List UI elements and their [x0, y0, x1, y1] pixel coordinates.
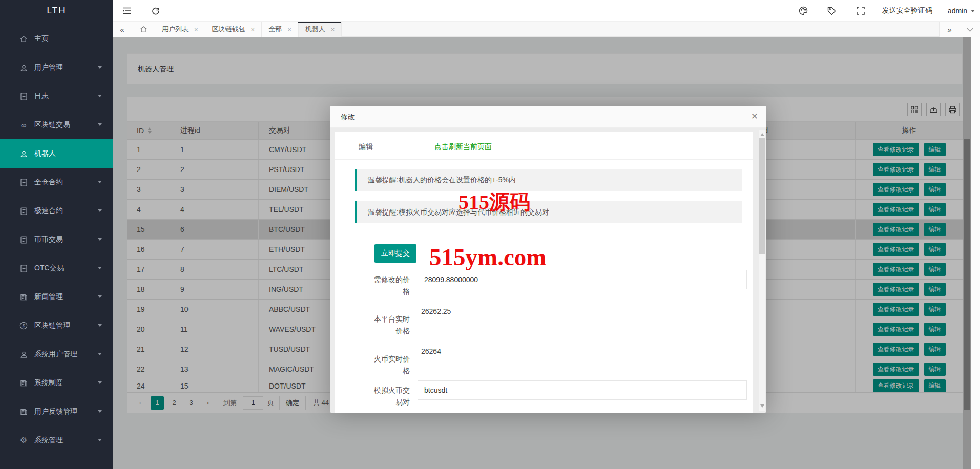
- tab-home[interactable]: [132, 22, 155, 37]
- chevron-down-icon: [98, 439, 102, 443]
- fullscreen-icon[interactable]: [846, 0, 875, 22]
- refresh-icon[interactable]: [141, 0, 170, 22]
- sidebar-item[interactable]: 全仓合约: [0, 168, 113, 197]
- submit-button[interactable]: 立即提交: [374, 244, 416, 263]
- topbar: 发送安全验证码 admin: [113, 0, 980, 22]
- warning-text: 温馨提醒:模拟火币交易对应选择与代币价格相近的交易对: [368, 208, 549, 217]
- modal-scrollbar-thumb[interactable]: [759, 138, 765, 254]
- user-icon: [18, 64, 29, 72]
- tab-label: 用户列表: [162, 25, 189, 34]
- form-field: 火币实时价格26264: [335, 346, 747, 355]
- tabs-menu-button[interactable]: [960, 22, 980, 37]
- tab-label: 全部: [268, 25, 282, 34]
- tab-item[interactable]: 区块链钱包×: [205, 22, 262, 37]
- send-security-code-button[interactable]: 发送安全验证码: [882, 6, 932, 15]
- sidebar-item-label: 用户管理: [34, 63, 63, 72]
- sidebar-item[interactable]: 日志: [0, 82, 113, 111]
- close-icon[interactable]: ×: [287, 26, 291, 33]
- field-label: 本平台实时价格: [369, 313, 410, 337]
- sidebar-item[interactable]: OTC交易: [0, 254, 113, 283]
- sidebar-item[interactable]: 系统用户管理: [0, 340, 113, 369]
- chevron-down-icon: [98, 295, 102, 300]
- edit-label: 编辑: [359, 142, 373, 152]
- edit-row: 编辑 点击刷新当前页面: [335, 132, 753, 160]
- news-icon: [18, 293, 29, 301]
- sidebar-item[interactable]: 新闻管理: [0, 283, 113, 311]
- form-field: 本平台实时价格26262.25: [335, 306, 747, 315]
- sidebar-item[interactable]: 用户反馈管理: [0, 397, 113, 426]
- sidebar-item-label: 全仓合约: [34, 178, 63, 187]
- doc-icon: [18, 236, 29, 244]
- chevron-down-icon: [98, 238, 102, 243]
- tabs-scroll-left-button[interactable]: «: [113, 22, 132, 37]
- caret-down-icon: [971, 10, 975, 14]
- sidebar-item-label: 主页: [34, 34, 49, 44]
- field-label: 模拟火币交易对: [369, 385, 410, 408]
- sidebar-item-label: 系统用户管理: [34, 350, 77, 359]
- field-value: 26264: [421, 346, 747, 355]
- form-field: 模拟火币交易对: [335, 380, 747, 400]
- form-divider: [338, 242, 750, 242]
- user-icon: [18, 150, 29, 158]
- modal-title: 修改: [330, 106, 766, 128]
- chevron-down-icon: [98, 95, 102, 99]
- tabs-scroll-right-button[interactable]: »: [939, 22, 960, 37]
- doc-icon: [18, 179, 29, 186]
- warnings-holder: 温馨提醒:机器人的价格会在设置价格的+-5%内温馨提醒:模拟火币交易对应选择与代…: [335, 169, 753, 223]
- edit-modal: 修改 ✕ 编辑 点击刷新当前页面 温馨提醒:机器人的价格会在设置价格的+-5%内…: [330, 106, 766, 413]
- home-icon: [140, 26, 147, 33]
- close-icon[interactable]: ✕: [751, 111, 758, 122]
- close-icon[interactable]: ×: [331, 26, 335, 33]
- home-icon: [18, 35, 29, 43]
- user-menu[interactable]: admin: [948, 7, 975, 15]
- sidebar-item[interactable]: ∞区块链交易: [0, 111, 113, 139]
- sidebar: LTH 主页用户管理日志∞区块链交易机器人全仓合约极速合约币币交易OTC交易新闻…: [0, 0, 113, 469]
- doc-icon: [18, 207, 29, 215]
- sidebar-item[interactable]: 主页: [0, 25, 113, 53]
- collapse-menu-icon[interactable]: [113, 0, 141, 22]
- username: admin: [948, 7, 967, 15]
- close-icon[interactable]: ×: [251, 26, 255, 33]
- close-icon[interactable]: ×: [194, 26, 198, 33]
- sidebar-item[interactable]: 机器人: [0, 139, 113, 168]
- scroll-up-icon[interactable]: [760, 131, 764, 136]
- field-value: 26262.25: [421, 306, 747, 315]
- refresh-page-link[interactable]: 点击刷新当前页面: [434, 142, 492, 152]
- chevron-down-icon: [98, 181, 102, 185]
- sidebar-item[interactable]: 币币交易: [0, 225, 113, 254]
- sidebar-item-label: 系统管理: [34, 436, 63, 445]
- user-icon: [18, 351, 29, 358]
- sidebar-item[interactable]: 用户管理: [0, 53, 113, 82]
- sidebar-item[interactable]: 系统制度: [0, 369, 113, 397]
- link-icon: ∞: [18, 121, 29, 129]
- sidebar-item-label: OTC交易: [34, 264, 64, 273]
- tab-item[interactable]: 用户列表×: [155, 22, 205, 37]
- sidebar-item-label: 系统制度: [34, 378, 63, 388]
- doc-icon: [18, 93, 29, 100]
- scroll-down-icon[interactable]: [760, 404, 764, 410]
- field-label: 需修改的价格: [369, 274, 410, 297]
- theme-palette-icon[interactable]: [789, 0, 818, 22]
- tab-item[interactable]: 全部×: [262, 22, 299, 37]
- sidebar-item-label: 极速合约: [34, 206, 63, 216]
- tab-label: 区块链钱包: [212, 25, 245, 34]
- tab-item[interactable]: 机器人×: [299, 22, 342, 37]
- chevron-down-icon: [98, 324, 102, 329]
- chevron-down-icon: [98, 353, 102, 357]
- field-label: 火币实时价格: [369, 353, 410, 377]
- sidebar-item[interactable]: 极速合约: [0, 197, 113, 225]
- sidebar-item-label: 区块链交易: [34, 120, 70, 130]
- sidebar-item-label: 日志: [34, 92, 49, 101]
- tabbar: « 用户列表×区块链钱包×全部×机器人× »: [113, 22, 980, 37]
- sidebar-item[interactable]: ⚙系统管理: [0, 426, 113, 455]
- sidebar-item[interactable]: $区块链管理: [0, 311, 113, 340]
- chevron-down-icon: [98, 267, 102, 271]
- modal-scrollbar[interactable]: [759, 130, 765, 411]
- field-input[interactable]: [418, 380, 747, 400]
- tag-icon[interactable]: [818, 0, 846, 22]
- topbar-left: [113, 0, 170, 22]
- form-field: 需修改的价格: [335, 270, 747, 289]
- tabs-holder: 用户列表×区块链钱包×全部×机器人×: [155, 22, 342, 36]
- news-icon: [18, 408, 29, 415]
- field-input[interactable]: [418, 270, 747, 289]
